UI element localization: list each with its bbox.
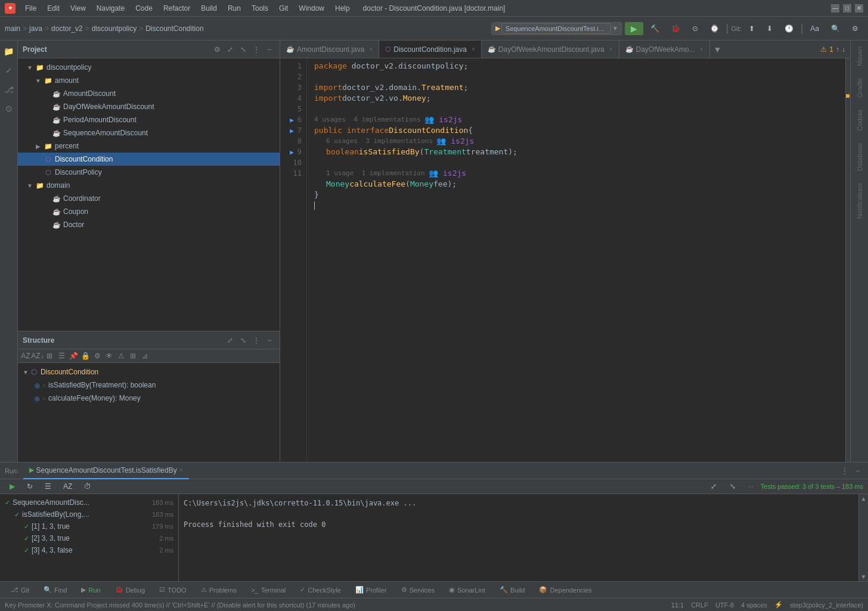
warning2-icon[interactable]: ⚠ xyxy=(116,351,126,361)
tree-item-domain[interactable]: ▼ 📁domain xyxy=(18,179,280,192)
menu-item-run[interactable]: Run xyxy=(223,3,246,14)
menu-item-tools[interactable]: Tools xyxy=(247,3,273,14)
profile-button[interactable]: ⌚ xyxy=(705,23,724,35)
tool-tab-checkstyle[interactable]: ✓CheckStyle xyxy=(294,585,347,595)
menu-item-build[interactable]: Build xyxy=(196,3,222,14)
structure-expand-icon[interactable]: ⤢ xyxy=(225,335,235,346)
menu-item-help[interactable]: Help xyxy=(330,3,355,14)
git-pull-button[interactable]: ⬇ xyxy=(762,23,777,35)
translate-button[interactable]: Aa xyxy=(805,23,824,35)
tree-item-amount[interactable]: ▼ 📁amount xyxy=(18,74,280,87)
window-control-close[interactable]: ✕ xyxy=(855,4,863,13)
menu-item-navigate[interactable]: Navigate xyxy=(92,3,129,14)
close-icon[interactable]: − xyxy=(264,44,275,55)
structure-class-node[interactable]: ▼ ⬡ DiscountCondition xyxy=(20,365,277,379)
structure-gear-icon[interactable]: ⋮ xyxy=(251,335,262,346)
pin-icon[interactable]: 📌 xyxy=(68,351,79,361)
window-control-maximize[interactable]: □ xyxy=(843,4,851,13)
test-item[interactable]: ✓[2] 3, 3, true2 ms xyxy=(2,532,176,544)
tool-tab-debug[interactable]: 🐞Debug xyxy=(109,585,151,595)
toggle-tree-button[interactable]: ☰ xyxy=(40,480,56,492)
database-icon[interactable]: Database xyxy=(856,139,863,175)
test-item[interactable]: ✓SequenceAmountDisc...183 ms xyxy=(2,497,176,508)
nav-down-icon[interactable]: ↓ xyxy=(842,45,845,54)
run-button[interactable]: ▶ xyxy=(625,22,643,35)
tool-tab-build[interactable]: 🔨Build xyxy=(494,585,531,595)
code-editor[interactable]: 1 2 3 4 5 ▶6 ▶7 8 ▶9 10 11 xyxy=(280,58,850,462)
tool-tab-services[interactable]: ⚙Services xyxy=(395,585,441,595)
window-controls[interactable]: —□✕ xyxy=(831,4,863,13)
tool-tab-problems[interactable]: ⚠Problems xyxy=(195,585,243,595)
tree-item-discountpolicy[interactable]: ⬡DiscountPolicy xyxy=(18,166,280,179)
search-button[interactable]: 🔍 xyxy=(826,23,845,35)
test-item[interactable]: ✓[1] 1, 3, true179 ms xyxy=(2,520,176,532)
cursor-position[interactable]: 11:1 xyxy=(671,601,684,609)
expand-icon[interactable]: ⤢ xyxy=(225,44,235,55)
tab-amount-discount[interactable]: ☕ AmountDiscount.java × xyxy=(280,41,379,58)
test-item[interactable]: ✓isSatisfiedBy(Long,...183 ms xyxy=(2,508,176,520)
run-tab-sequence[interactable]: ▶ SequenceAmountDiscountTest.isSatisfied… xyxy=(23,463,188,479)
run-options-icon[interactable]: ⋮ xyxy=(839,466,850,476)
tool-tab-todo[interactable]: ☑TODO xyxy=(153,585,193,595)
run-close-icon[interactable]: − xyxy=(852,466,863,476)
tree-item-discountcondition[interactable]: ⬡DiscountCondition xyxy=(18,153,280,166)
tree-item-periodamountdiscount[interactable]: ☕PeriodAmountDiscount xyxy=(18,113,280,126)
tree-item-amountdiscount[interactable]: ☕AmountDiscount xyxy=(18,87,280,100)
tab-dayofweek-amount-discount[interactable]: ☕ DayOfWeekAmountDiscount.java × xyxy=(482,41,619,58)
nav-up-icon[interactable]: ↑ xyxy=(836,45,839,54)
tool-tab-dependencies[interactable]: 📦Dependencies xyxy=(533,585,597,595)
project-icon[interactable]: 📁 xyxy=(3,45,15,57)
tab-scroll-down[interactable]: ▼ xyxy=(710,41,726,58)
rerun-failed-button[interactable]: ↻ xyxy=(22,480,38,492)
git-push-button[interactable]: ⬆ xyxy=(744,23,760,35)
tree-item-discountpolicy[interactable]: ▼ 📁discountpolicy xyxy=(18,61,280,74)
structure-float-icon[interactable]: ⤡ xyxy=(238,335,249,346)
commit-icon[interactable]: ✓ xyxy=(3,64,15,76)
expand-all-button[interactable]: ⤢ xyxy=(706,480,721,492)
maven-icon[interactable]: Maven xyxy=(856,43,863,70)
breadcrumb-item-0[interactable]: main xyxy=(5,24,20,33)
sort-alpha-icon[interactable]: AZ xyxy=(20,351,31,361)
tool-tab-profiler[interactable]: 📊Profiler xyxy=(349,585,393,595)
gradle-icon[interactable]: Gradle xyxy=(856,75,863,101)
menu-item-file[interactable]: File xyxy=(20,3,41,14)
structure-method-2[interactable]: ◎ ○ calculateFee(Money): Money xyxy=(20,392,277,405)
coverage-button[interactable]: ⊙ xyxy=(687,23,703,35)
tool-tab-run[interactable]: ▶Run xyxy=(75,585,106,595)
breadcrumb-item-3[interactable]: discountpolicy xyxy=(92,24,137,33)
codota-icon[interactable]: Codota xyxy=(856,106,863,134)
rerun-button[interactable]: ▶ xyxy=(5,480,20,492)
tree-item-coordinator[interactable]: ☕Coordinator xyxy=(18,192,280,205)
code-content[interactable]: package doctor_v2.discountpolicy; import… xyxy=(307,58,845,462)
debug-button[interactable]: 🐞 xyxy=(666,23,685,35)
sort-button[interactable]: AZ xyxy=(58,480,77,492)
line-ending[interactable]: CRLF xyxy=(691,601,708,609)
git-history-button[interactable]: 🕐 xyxy=(780,23,798,35)
structure-close-icon[interactable]: − xyxy=(264,335,275,346)
menu-item-window[interactable]: Window xyxy=(294,3,329,14)
breadcrumb-item-2[interactable]: doctor_v2 xyxy=(51,24,83,33)
scroll-down-icon[interactable]: ▼ xyxy=(861,573,867,580)
run-config-selector[interactable]: SequenceAmountDiscountTest.isSatisfiedBy xyxy=(501,23,611,34)
menu-item-view[interactable]: View xyxy=(66,3,91,14)
indent-setting[interactable]: 4 spaces xyxy=(741,601,767,609)
menu-item-git[interactable]: Git xyxy=(274,3,293,14)
sort-visibility-icon[interactable]: AZ↓ xyxy=(32,351,43,361)
structure-method-1[interactable]: ◎ ○ isSatisfiedBy(Treatment): boolean xyxy=(20,379,277,392)
sort-duration-button[interactable]: ⏱ xyxy=(79,480,96,492)
menu-item-edit[interactable]: Edit xyxy=(42,3,64,14)
notifications-icon[interactable]: Notifications xyxy=(856,179,863,222)
tool-tab-git[interactable]: ⎇Git xyxy=(5,585,35,595)
test-item[interactable]: ✓[3] 4, 3, false2 ms xyxy=(2,544,176,556)
project-settings-icon[interactable]: ⚙ xyxy=(212,44,222,55)
show-methods-icon[interactable]: ☰ xyxy=(56,351,67,361)
file-encoding[interactable]: UTF-8 xyxy=(715,601,734,609)
breadcrumb-item-1[interactable]: java xyxy=(29,24,42,33)
window-control-minimize[interactable]: — xyxy=(831,4,839,13)
scroll-up-icon[interactable]: ▲ xyxy=(861,495,867,502)
tree-item-dayofweekamountdiscount[interactable]: ☕DayOfWeekAmountDiscount xyxy=(18,100,280,113)
float-icon[interactable]: ⤡ xyxy=(238,44,249,55)
tool-tab-terminal[interactable]: >_Terminal xyxy=(245,585,292,595)
tab-dayofweek-amo[interactable]: ☕ DayOfWeekAmo... × xyxy=(619,41,710,58)
lock-icon[interactable]: 🔒 xyxy=(80,351,91,361)
